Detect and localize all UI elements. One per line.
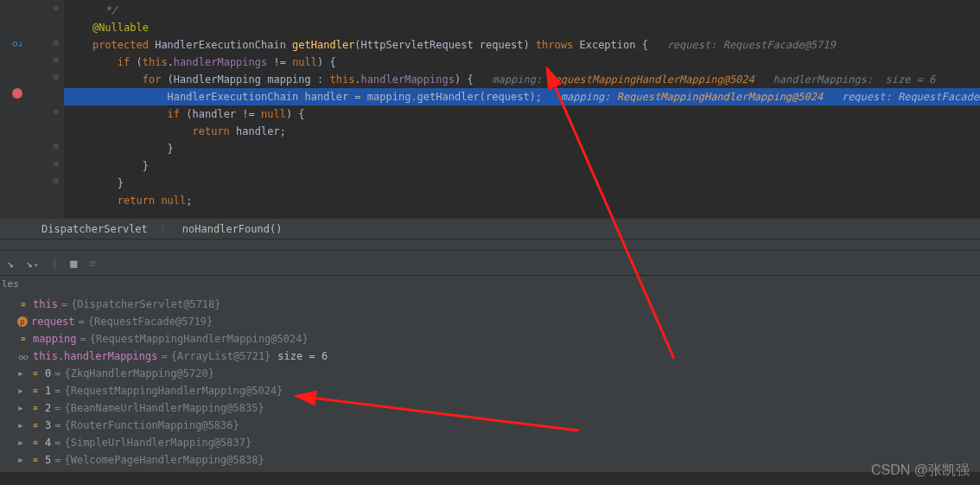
code-text: @Nullable [92,22,149,34]
field-icon: ≡ [17,298,29,310]
breakpoint-icon[interactable] [12,88,22,99]
breadcrumb: DispatcherServlet 〉 noHandlerFound() [0,218,980,239]
code-text: */ [99,4,118,16]
fold-icon[interactable]: ⊟ [54,38,58,47]
field-icon: ≡ [29,385,41,397]
step-icon[interactable]: ↘₊ [26,257,40,270]
variables-panel[interactable]: ≡ this = {DispatcherServlet@5718} p requ… [0,292,980,472]
variable-row[interactable]: ≡ mapping = {RequestMappingHandlerMappin… [0,330,980,348]
code-content[interactable]: */ @Nullable protected HandlerExecutionC… [64,0,980,218]
field-icon: ≡ [29,419,41,431]
execution-line: HandlerExecutionChain handler = mapping.… [64,88,980,105]
param-icon: p [17,316,28,327]
field-icon: ≡ [29,454,41,466]
calculator-icon[interactable]: ▦ [70,257,77,270]
variable-row[interactable]: oo this.handlerMappings = {ArrayList@572… [0,348,980,365]
fold-icon[interactable]: ⊟ [54,107,58,116]
variable-row[interactable]: ▶ ≡ 4 = {SimpleUrlHandlerMapping@5837} [0,434,980,451]
override-icon[interactable]: o↓ [12,38,23,49]
editor-gutter: o↓ [0,0,52,218]
chevron-right-icon[interactable]: ▶ [16,386,26,395]
chevron-right-icon[interactable]: ▶ [16,369,26,378]
variable-row[interactable]: p request = {RequestFacade@5719} [0,313,980,330]
step-icon[interactable]: ↘ [7,257,14,270]
chevron-right-icon[interactable]: ▶ [16,438,26,447]
divider-icon: | [51,257,58,270]
variable-row[interactable]: ▶ ≡ 3 = {RouterFunctionMapping@5836} [0,417,980,434]
variable-row[interactable]: ▶ ≡ 1 = {RequestMappingHandlerMapping@50… [0,382,980,399]
chevron-right-icon: 〉 [160,221,170,236]
fold-icon[interactable]: ⊟ [54,142,58,150]
fold-column: ⊟ ⊟ ⊟ ⊟ ⊟ ⊟ ⊟ ⊟ [52,0,64,218]
variable-row[interactable]: ▶ ≡ 0 = {ZkqHandlerMapping@5720} [0,365,980,382]
fold-icon[interactable]: ⊟ [54,3,58,12]
variable-row[interactable]: ▶ ≡ 5 = {WelcomePageHandlerMapping@5838} [0,451,980,469]
panel-separator[interactable] [0,239,980,251]
breadcrumb-method[interactable]: noHandlerFound() [182,223,283,235]
chevron-right-icon[interactable]: ▶ [16,421,26,430]
fold-icon[interactable]: ⊟ [54,73,58,81]
fold-icon[interactable]: ⊟ [54,55,58,64]
variables-header: les [0,275,980,292]
field-icon: ≡ [29,402,41,414]
field-icon: ≡ [17,333,29,345]
fold-icon[interactable]: ⊟ [54,159,58,168]
object-icon: oo [17,350,29,362]
filter-icon[interactable]: ≡ [89,257,96,270]
field-icon: ≡ [29,367,41,380]
field-icon: ≡ [29,437,41,449]
code-editor[interactable]: o↓ ⊟ ⊟ ⊟ ⊟ ⊟ ⊟ ⊟ ⊟ */ @Nullable protecte… [0,0,980,218]
breadcrumb-class[interactable]: DispatcherServlet [41,223,148,235]
variable-row[interactable]: ▶ ≡ 2 = {BeanNameUrlHandlerMapping@5835} [0,399,980,417]
variable-row[interactable]: ≡ this = {DispatcherServlet@5718} [0,296,980,313]
debug-toolbar: ↘ ↘₊ | ▦ ≡ [0,251,980,275]
chevron-right-icon[interactable]: ▶ [16,456,26,464]
chevron-right-icon[interactable]: ▶ [16,404,26,412]
fold-icon[interactable]: ⊟ [54,176,58,185]
